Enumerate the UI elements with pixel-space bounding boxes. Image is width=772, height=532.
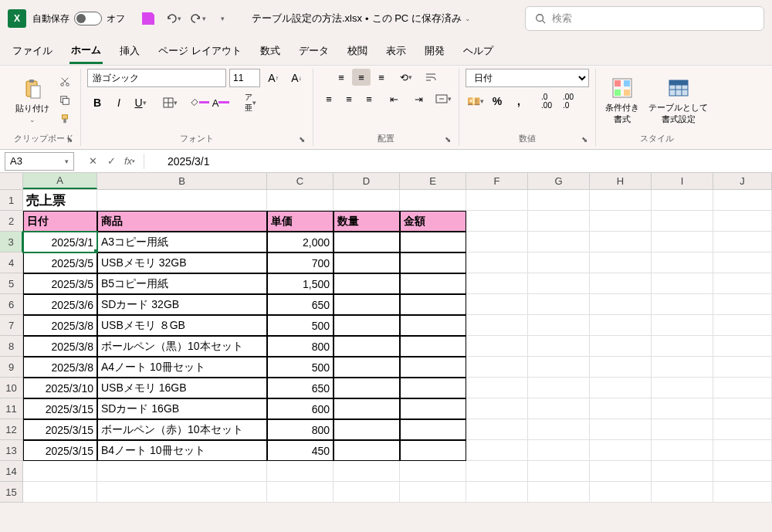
formula-input[interactable]: 2025/3/1 bbox=[144, 155, 772, 168]
tab-ファイル[interactable]: ファイル bbox=[11, 39, 54, 63]
enter-formula-button[interactable]: ✓ bbox=[103, 154, 119, 169]
undo-button[interactable]: ▾ bbox=[162, 8, 184, 29]
cell[interactable] bbox=[652, 211, 713, 232]
clipboard-launcher[interactable]: ⬊ bbox=[65, 135, 74, 144]
cell[interactable] bbox=[713, 211, 772, 232]
cell[interactable]: 2025/3/6 bbox=[23, 294, 97, 315]
name-box[interactable]: A3▾ bbox=[5, 152, 74, 171]
cell[interactable]: 2025/3/5 bbox=[23, 252, 97, 273]
decrease-indent-button[interactable]: ⇤ bbox=[384, 90, 403, 107]
cell[interactable] bbox=[400, 190, 466, 211]
font-launcher[interactable]: ⬊ bbox=[297, 135, 306, 144]
cut-button[interactable] bbox=[56, 73, 74, 90]
cell[interactable] bbox=[713, 440, 772, 461]
column-header-G[interactable]: G bbox=[528, 173, 590, 189]
percent-button[interactable]: % bbox=[487, 92, 507, 110]
font-name-input[interactable] bbox=[87, 69, 226, 87]
cell[interactable]: 2025/3/8 bbox=[23, 357, 97, 378]
cell[interactable] bbox=[466, 211, 528, 232]
cell[interactable] bbox=[267, 482, 334, 503]
column-header-B[interactable]: B bbox=[97, 173, 267, 189]
tab-校閲[interactable]: 校閲 bbox=[346, 39, 369, 63]
cell[interactable] bbox=[97, 190, 267, 211]
alignment-launcher[interactable]: ⬊ bbox=[443, 135, 452, 144]
cell[interactable]: 1,500 bbox=[267, 273, 334, 294]
cell[interactable] bbox=[590, 211, 652, 232]
bold-button[interactable]: B bbox=[87, 93, 107, 112]
row-header-6[interactable]: 6 bbox=[0, 294, 23, 315]
cell[interactable] bbox=[400, 336, 466, 357]
cell[interactable]: 2025/3/8 bbox=[23, 315, 97, 336]
column-header-E[interactable]: E bbox=[400, 173, 466, 189]
cell[interactable] bbox=[23, 482, 97, 503]
cell[interactable] bbox=[652, 252, 713, 273]
cell[interactable] bbox=[590, 190, 652, 211]
cell[interactable] bbox=[466, 190, 528, 211]
cell[interactable]: 500 bbox=[267, 315, 334, 336]
cell[interactable] bbox=[590, 378, 652, 398]
cell[interactable] bbox=[713, 419, 772, 440]
cell[interactable] bbox=[590, 482, 652, 503]
cell[interactable]: 2025/3/10 bbox=[23, 378, 97, 398]
row-header-5[interactable]: 5 bbox=[0, 273, 23, 294]
cell[interactable]: 2025/3/8 bbox=[23, 336, 97, 357]
cell[interactable] bbox=[466, 273, 528, 294]
cell[interactable] bbox=[590, 336, 652, 357]
cell[interactable] bbox=[652, 294, 713, 315]
cell[interactable] bbox=[713, 357, 772, 378]
align-middle-button[interactable]: ≡ bbox=[352, 69, 371, 86]
cell[interactable]: 2025/3/15 bbox=[23, 398, 97, 419]
align-right-button[interactable]: ≡ bbox=[360, 90, 378, 107]
row-header-8[interactable]: 8 bbox=[0, 336, 23, 357]
cell[interactable]: 単価 bbox=[267, 211, 334, 232]
cell[interactable] bbox=[713, 273, 772, 294]
cell[interactable] bbox=[528, 440, 590, 461]
column-header-I[interactable]: I bbox=[652, 173, 713, 189]
cell[interactable] bbox=[528, 398, 590, 419]
decrease-font-button[interactable]: A↓ bbox=[286, 69, 306, 87]
cell[interactable]: 日付 bbox=[23, 211, 97, 232]
cell[interactable] bbox=[652, 398, 713, 419]
cell[interactable] bbox=[652, 232, 713, 252]
cell[interactable] bbox=[400, 273, 466, 294]
increase-indent-button[interactable]: ⇥ bbox=[409, 90, 428, 107]
row-header-15[interactable]: 15 bbox=[0, 482, 23, 503]
cell[interactable] bbox=[713, 232, 772, 252]
row-header-7[interactable]: 7 bbox=[0, 315, 23, 336]
cell[interactable] bbox=[528, 211, 590, 232]
row-header-9[interactable]: 9 bbox=[0, 357, 23, 378]
font-size-input[interactable] bbox=[229, 69, 260, 87]
font-color-button[interactable]: A bbox=[211, 93, 231, 112]
cell[interactable] bbox=[267, 461, 334, 482]
format-painter-button[interactable] bbox=[56, 110, 74, 127]
cell[interactable] bbox=[590, 461, 652, 482]
cell[interactable]: SDカード 32GB bbox=[97, 294, 267, 315]
cell[interactable]: ボールペン（黒）10本セット bbox=[97, 336, 267, 357]
row-header-4[interactable]: 4 bbox=[0, 252, 23, 273]
cell[interactable] bbox=[652, 315, 713, 336]
cell[interactable] bbox=[400, 440, 466, 461]
cell[interactable] bbox=[334, 190, 400, 211]
cell[interactable] bbox=[97, 461, 267, 482]
row-header-10[interactable]: 10 bbox=[0, 378, 23, 398]
qat-more[interactable]: ▾ bbox=[212, 8, 233, 29]
cell[interactable]: 450 bbox=[267, 440, 334, 461]
fx-button[interactable]: fx▾ bbox=[122, 154, 137, 169]
cell[interactable] bbox=[528, 273, 590, 294]
cell[interactable]: 700 bbox=[267, 252, 334, 273]
row-header-3[interactable]: 3 bbox=[0, 232, 23, 252]
redo-button[interactable]: ▾ bbox=[187, 8, 208, 29]
cell[interactable] bbox=[466, 378, 528, 398]
tab-挿入[interactable]: 挿入 bbox=[118, 39, 141, 63]
increase-decimal-button[interactable]: .0.00 bbox=[537, 92, 557, 110]
spreadsheet-grid[interactable]: ABCDEFGHIJ 1 売上票 2 日付商品単価数量金額 3 2025/3/1… bbox=[0, 173, 772, 503]
cell[interactable] bbox=[334, 315, 400, 336]
paste-button[interactable]: 貼り付け ⌄ bbox=[12, 73, 52, 127]
cell[interactable] bbox=[528, 378, 590, 398]
decrease-decimal-button[interactable]: .00.0 bbox=[558, 92, 578, 110]
cell[interactable] bbox=[466, 440, 528, 461]
tab-表示[interactable]: 表示 bbox=[384, 39, 408, 63]
cell[interactable] bbox=[23, 461, 97, 482]
cell[interactable] bbox=[334, 232, 400, 252]
cell[interactable] bbox=[97, 482, 267, 503]
